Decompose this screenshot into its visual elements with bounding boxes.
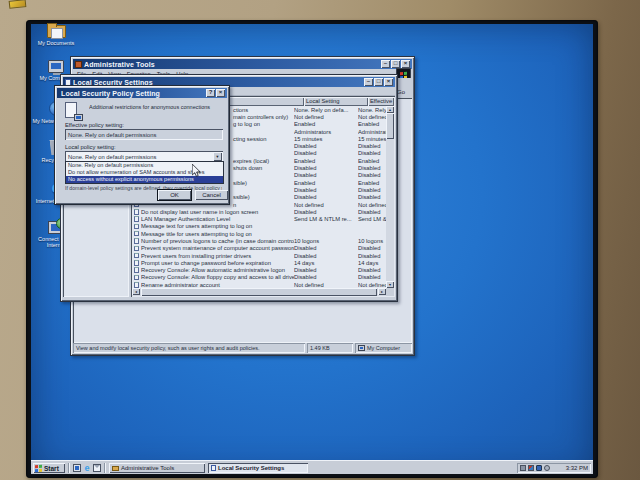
policy-doc-icon	[134, 253, 139, 259]
maximize-icon[interactable]: □	[391, 60, 400, 68]
column-effective-setting[interactable]: Effective Sett	[368, 97, 394, 106]
policy-effective-setting: Send LM & NT	[358, 216, 386, 222]
status-zone: My Computer	[355, 343, 412, 353]
admin-statusbar: View and modify local security policy, s…	[73, 343, 412, 353]
tray-icon-1[interactable]	[520, 465, 526, 471]
policy-row[interactable]: Prompt user to change password before ex…	[132, 259, 386, 266]
policy-row[interactable]: Number of previous logons to cache (in c…	[132, 237, 386, 244]
vertical-scroll-thumb[interactable]	[386, 113, 394, 139]
policy-effective-setting: Not defined	[358, 114, 386, 120]
taskbar: Start e Administrative Tools Local Secur…	[31, 460, 593, 474]
minimize-icon[interactable]: –	[364, 78, 373, 86]
policy-local-setting: Disabled	[294, 194, 358, 200]
policy-doc-icon	[134, 216, 139, 222]
start-label: Start	[44, 465, 59, 472]
policy-local-setting: Not defined	[294, 202, 358, 208]
policy-effective-setting: 10 logons	[358, 238, 386, 244]
taskbar-divider	[68, 463, 70, 473]
policy-effective-setting: None. Rely o	[358, 107, 386, 113]
policy-row[interactable]: Recovery Console: Allow automatic admini…	[132, 267, 386, 274]
policy-local-setting: Disabled	[294, 187, 358, 193]
policy-effective-setting: 14 days	[358, 260, 386, 266]
policy-row[interactable]: Prevent system maintenance of computer a…	[132, 245, 386, 252]
dropdown-option[interactable]: No access without explicit anonymous per…	[66, 176, 223, 183]
policy-row[interactable]: Rename administrator accountNot definedN…	[132, 281, 386, 288]
close-icon[interactable]: ×	[384, 78, 393, 86]
policy-name: Recovery Console: Allow floppy copy and …	[141, 274, 294, 280]
close-icon[interactable]: ×	[216, 89, 225, 97]
bezel-sticker	[9, 0, 27, 9]
minimize-icon[interactable]: –	[381, 60, 390, 68]
policy-effective-setting: Disabled	[358, 194, 386, 200]
policy-local-setting: Disabled	[294, 143, 358, 149]
scroll-left-icon[interactable]: ◂	[132, 288, 140, 295]
policy-doc-icon	[134, 260, 139, 266]
policy-local-setting: Disabled	[294, 274, 358, 280]
maximize-icon[interactable]: □	[374, 78, 383, 86]
policy-name: Number of previous logons to cache (in c…	[141, 238, 294, 244]
policy-local-setting: Enabled	[294, 158, 358, 164]
policy-row[interactable]: Prevent users from installing printer dr…	[132, 252, 386, 259]
policy-row[interactable]: Recovery Console: Allow floppy copy and …	[132, 274, 386, 281]
mouse-cursor	[192, 164, 201, 177]
policy-row[interactable]: Do not display last user name in logon s…	[132, 208, 386, 215]
policy-name: Do not display last user name in logon s…	[141, 209, 294, 215]
console-doc-icon	[211, 465, 216, 471]
scroll-right-icon[interactable]: ▸	[378, 288, 386, 295]
vertical-scrollbar[interactable]: ▴ ▾	[386, 106, 394, 288]
policy-name: Rename administrator account	[141, 282, 294, 288]
ok-button[interactable]: OK	[158, 190, 191, 200]
tray-icon-3[interactable]	[536, 465, 542, 471]
horizontal-scroll-thumb[interactable]	[141, 288, 377, 296]
tray-icon-4[interactable]	[544, 465, 550, 471]
policy-name: LAN Manager Authentication Level	[141, 216, 294, 222]
status-zone-label: My Computer	[367, 345, 400, 351]
outlook-express-icon[interactable]	[93, 464, 101, 472]
help-icon[interactable]: ?	[206, 89, 215, 97]
show-desktop-icon[interactable]	[73, 464, 81, 472]
policy-local-setting: Not defined	[294, 282, 358, 288]
effective-policy-value: None. Rely on default permissions	[65, 129, 223, 140]
policy-local-setting: Disabled	[294, 209, 358, 215]
chevron-down-icon[interactable]: ▾	[213, 152, 222, 161]
taskbar-button-admin-tools[interactable]: Administrative Tools	[109, 463, 205, 473]
taskbar-button-label: Local Security Settings	[218, 465, 284, 471]
policy-row[interactable]: Message title for users attempting to lo…	[132, 230, 386, 237]
policy-local-setting: None. Rely on defa...	[294, 107, 358, 113]
cancel-button[interactable]: Cancel	[195, 190, 228, 200]
dialog-title: Local Security Policy Setting	[61, 90, 160, 97]
desktop-icon-my-documents[interactable]: My Documents	[32, 25, 80, 46]
admin-tools-titlebar[interactable]: Administrative Tools – □ ×	[73, 59, 412, 69]
policy-row[interactable]: Message text for users attempting to log…	[132, 223, 386, 230]
policy-local-setting: Disabled	[294, 245, 358, 251]
policy-local-setting: Enabled	[294, 121, 358, 127]
start-button[interactable]: Start	[33, 463, 65, 473]
effective-policy-label: Effective policy setting:	[65, 122, 124, 128]
policy-name: Message text for users attempting to log…	[141, 223, 294, 229]
policy-effective-setting: Disabled	[358, 267, 386, 273]
policy-local-setting: 15 minutes	[294, 136, 358, 142]
policy-local-setting: Send LM & NTLM re...	[294, 216, 358, 222]
tray-icon-2[interactable]	[528, 465, 534, 471]
close-icon[interactable]: ×	[401, 60, 410, 68]
policy-effective-setting: Disabled	[358, 253, 386, 259]
taskbar-button-local-security-settings[interactable]: Local Security Settings	[208, 463, 308, 473]
scroll-up-icon[interactable]: ▴	[386, 106, 394, 113]
scroll-down-icon[interactable]: ▾	[386, 281, 394, 288]
policy-doc-icon	[134, 224, 139, 230]
column-local-setting[interactable]: Local Setting	[304, 97, 368, 106]
policy-effective-setting: Disabled	[358, 187, 386, 193]
taskbar-divider	[104, 463, 106, 473]
internet-explorer-quicklaunch-icon[interactable]: e	[83, 464, 91, 472]
policy-doc-icon	[134, 275, 139, 281]
horizontal-scrollbar[interactable]: ◂ ▸	[132, 288, 386, 296]
dialog-titlebar[interactable]: Local Security Policy Setting ? ×	[57, 88, 227, 98]
folder-icon	[112, 466, 119, 471]
policy-local-setting: Disabled	[294, 165, 358, 171]
go-label: Go	[397, 89, 405, 95]
policy-row[interactable]: LAN Manager Authentication LevelSend LM …	[132, 215, 386, 222]
policy-doc-icon	[134, 267, 139, 273]
policy-local-setting: Not defined	[294, 114, 358, 120]
dialog-description: Additional restrictions for anonymous co…	[89, 104, 227, 110]
local-policy-label: Local policy setting:	[65, 144, 116, 150]
